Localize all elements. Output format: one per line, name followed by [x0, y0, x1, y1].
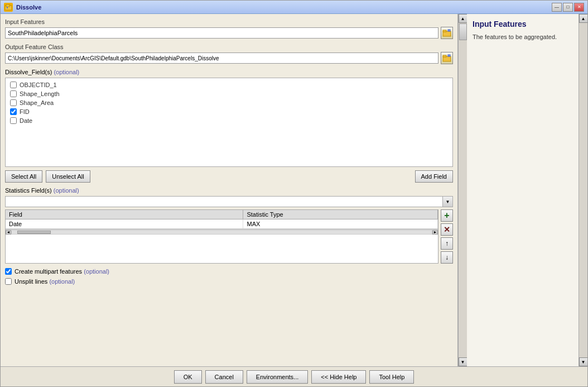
hide-help-button[interactable]: << Hide Help	[311, 370, 366, 384]
field-fid-checkbox[interactable]	[10, 108, 17, 115]
statistics-fields-label: Statistics Field(s) (optional)	[5, 187, 453, 194]
unsplit-lines-label[interactable]: Unsplit lines (optional)	[15, 278, 75, 285]
create-multipart-label[interactable]: Create multipart features (optional)	[15, 268, 109, 275]
output-feature-class-browse-button[interactable]	[441, 52, 453, 64]
stats-horizontal-scrollbar: ◄ ►	[6, 229, 438, 235]
input-features-label: Input Features	[5, 18, 453, 25]
statistics-dropdown-input[interactable]	[5, 196, 443, 207]
scroll-thumb[interactable]	[459, 23, 467, 40]
output-feature-class-input[interactable]	[5, 52, 438, 64]
output-feature-class-row	[5, 52, 453, 64]
tool-help-button[interactable]: Tool Help	[369, 370, 414, 384]
field-objectid1-label[interactable]: OBJECTID_1	[20, 82, 57, 88]
svg-rect-2	[7, 7, 8, 8]
right-panel-title: Input Features	[473, 20, 573, 28]
svg-rect-8	[448, 55, 450, 56]
unsplit-lines-checkbox[interactable]	[5, 278, 12, 285]
svg-rect-4	[443, 30, 446, 32]
table-side-buttons: + ✕ ↑ ↓	[441, 209, 453, 264]
remove-stat-button[interactable]: ✕	[441, 223, 453, 236]
svg-rect-7	[443, 55, 446, 57]
statistics-fields-section: Statistics Field(s) (optional) ▼ Field S	[5, 187, 453, 264]
move-up-stat-button[interactable]: ↑	[441, 237, 453, 250]
maximize-button[interactable]: □	[563, 3, 573, 12]
field-date-label[interactable]: Date	[20, 117, 32, 124]
input-features-row	[5, 27, 453, 39]
stats-field-cell: Date	[6, 219, 243, 229]
statistics-table-container: Field Statistic Type Date MAX	[5, 209, 438, 264]
statistics-table-wrapper: Field Statistic Type Date MAX	[5, 209, 453, 264]
col-statistic-type: Statistic Type	[243, 210, 438, 219]
title-bar: Dissolve — □ ✕	[1, 1, 587, 14]
right-panel-description: The features to be aggregated.	[473, 33, 573, 41]
add-field-button[interactable]: Add Field	[415, 170, 453, 183]
ok-button[interactable]: OK	[174, 370, 202, 384]
bottom-bar: OK Cancel Environments... << Hide Help T…	[1, 366, 587, 386]
right-scroll-down-arrow[interactable]: ▼	[579, 357, 588, 366]
field-buttons-row: Select All Unselect All Add Field	[5, 170, 453, 183]
minimize-button[interactable]: —	[552, 3, 562, 12]
move-down-stat-button[interactable]: ↓	[441, 251, 453, 264]
svg-rect-5	[448, 30, 450, 31]
field-shapelength-label[interactable]: Shape_Length	[20, 90, 60, 97]
list-item: FID	[8, 107, 450, 116]
dissolve-dialog: Dissolve — □ ✕ Input Features	[0, 0, 588, 387]
cancel-button[interactable]: Cancel	[205, 370, 243, 384]
input-features-browse-button[interactable]	[441, 27, 453, 39]
close-button[interactable]: ✕	[574, 3, 584, 12]
field-date-checkbox[interactable]	[10, 117, 17, 124]
statistics-dropdown-arrow[interactable]: ▼	[443, 196, 453, 207]
scroll-track[interactable]	[459, 23, 467, 357]
dissolve-fields-list: OBJECTID_1 Shape_Length Shape_Area FID D…	[5, 78, 453, 167]
dissolve-fields-label: Dissolve_Field(s) (optional)	[5, 69, 453, 75]
right-panel-scrollbar: ▲ ▼	[579, 14, 587, 366]
main-content: Input Features Output Feature Class	[1, 14, 587, 366]
field-objectid1-checkbox[interactable]	[10, 82, 17, 88]
stats-scroll-thumb[interactable]	[17, 231, 51, 234]
svg-rect-1	[6, 4, 9, 7]
create-multipart-row: Create multipart features (optional)	[5, 268, 453, 275]
window-icon	[4, 3, 13, 12]
folder-icon-2	[442, 54, 451, 62]
col-field: Field	[6, 210, 243, 219]
field-shapelength-checkbox[interactable]	[10, 90, 17, 97]
unselect-all-button[interactable]: Unselect All	[46, 170, 90, 183]
list-item: OBJECTID_1	[8, 80, 450, 89]
table-row[interactable]: Date MAX	[6, 219, 438, 229]
window-title: Dissolve	[16, 4, 552, 11]
scroll-down-arrow[interactable]: ▼	[459, 357, 467, 366]
folder-icon	[442, 29, 451, 37]
stats-stat-cell: MAX	[243, 219, 438, 229]
scroll-up-arrow[interactable]: ▲	[459, 14, 467, 23]
statistics-dropdown-row: ▼	[5, 196, 453, 207]
scroll-left-arrow[interactable]: ◄	[6, 230, 11, 235]
left-panel: Input Features Output Feature Class	[1, 14, 458, 366]
select-all-button[interactable]: Select All	[5, 170, 42, 183]
right-panel: Input Features The features to be aggreg…	[467, 14, 579, 366]
statistics-table: Field Statistic Type Date MAX	[6, 210, 438, 229]
field-shapearea-checkbox[interactable]	[10, 99, 17, 106]
right-scroll-up-arrow[interactable]: ▲	[579, 14, 588, 23]
output-feature-class-label: Output Feature Class	[5, 44, 453, 50]
create-multipart-checkbox[interactable]	[5, 268, 12, 275]
field-shapearea-label[interactable]: Shape_Area	[20, 99, 54, 106]
stats-scroll-track[interactable]	[11, 230, 432, 235]
list-item: Date	[8, 116, 450, 125]
left-panel-scrollbar: ▲ ▼	[458, 14, 467, 366]
list-item: Shape_Length	[8, 89, 450, 98]
field-fid-label[interactable]: FID	[20, 108, 30, 115]
environments-button[interactable]: Environments...	[247, 370, 308, 384]
right-scroll-track[interactable]	[579, 23, 588, 357]
add-stat-button[interactable]: +	[441, 209, 453, 222]
input-features-input[interactable]	[5, 27, 438, 39]
window-controls: — □ ✕	[552, 3, 584, 12]
scroll-right-arrow[interactable]: ►	[432, 230, 438, 235]
unsplit-lines-row: Unsplit lines (optional)	[5, 278, 453, 285]
list-item: Shape_Area	[8, 98, 450, 107]
